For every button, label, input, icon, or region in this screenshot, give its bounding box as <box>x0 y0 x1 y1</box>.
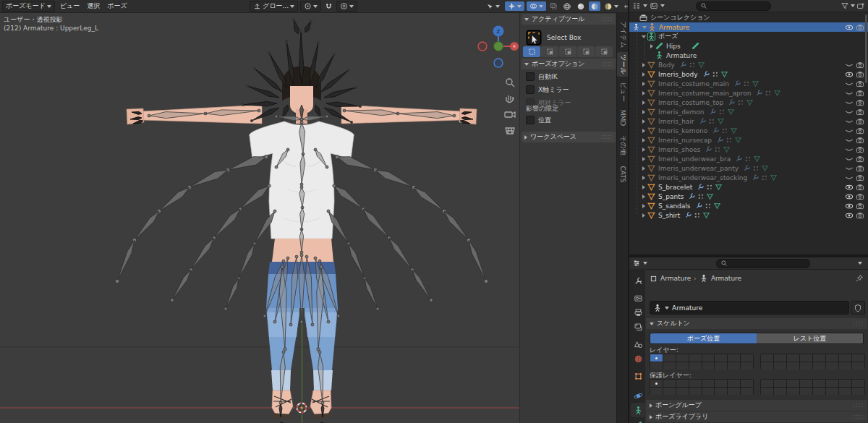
layer-cell[interactable] <box>839 354 851 362</box>
layer-cell[interactable] <box>826 354 838 362</box>
layer-cell[interactable] <box>774 362 786 369</box>
eye-closed-icon[interactable] <box>845 164 854 173</box>
overlays-toggle-button[interactable] <box>527 1 546 11</box>
viewport-menu-1[interactable]: 選択 <box>84 1 103 11</box>
layer-cell[interactable] <box>702 362 715 369</box>
pin-icon[interactable] <box>855 274 864 283</box>
layer-cell[interactable] <box>787 380 799 387</box>
layer-cell[interactable] <box>761 354 773 362</box>
layer-cell[interactable] <box>761 362 773 369</box>
sidebar-tab-ツール[interactable]: ツール <box>617 52 628 77</box>
transform-orientation-dropdown[interactable]: グロー... <box>250 1 298 12</box>
layer-cell[interactable] <box>689 354 702 362</box>
outliner-scrollbar[interactable] <box>865 14 867 83</box>
camera-icon[interactable] <box>856 183 864 192</box>
layer-cell[interactable] <box>852 380 864 387</box>
camera-view-icon[interactable] <box>505 112 515 117</box>
layer-cell[interactable] <box>663 354 676 362</box>
layer-cell[interactable] <box>774 354 786 362</box>
layer-cell[interactable] <box>800 380 812 387</box>
layer-cell[interactable] <box>689 380 702 387</box>
camera-icon[interactable] <box>856 211 864 220</box>
layer-cell[interactable] <box>702 354 715 362</box>
layer-cell[interactable] <box>728 362 740 369</box>
viewport-menu-0[interactable]: ビュー <box>57 1 82 11</box>
outliner-row-Imeris_hair[interactable]: Imeris_hair <box>629 116 868 126</box>
layer-cell[interactable] <box>761 388 773 395</box>
camera-icon[interactable] <box>856 136 864 145</box>
eye-open-icon[interactable] <box>845 192 854 201</box>
layer-cell[interactable] <box>676 380 689 387</box>
layer-cell[interactable] <box>676 354 689 362</box>
section-pose-options[interactable]: ポーズオプション :::: <box>522 59 616 69</box>
layer-cell[interactable] <box>839 388 851 395</box>
camera-icon[interactable] <box>856 174 864 182</box>
eye-closed-icon[interactable] <box>845 61 854 69</box>
layer-cell[interactable] <box>663 362 676 369</box>
outliner-row-Imeris_underwear_panty[interactable]: Imeris_underwear_panty <box>629 163 868 173</box>
layer-cell[interactable] <box>774 388 786 395</box>
eye-closed-icon[interactable] <box>845 174 854 182</box>
layer-cell[interactable] <box>800 362 812 369</box>
rest-position-button[interactable]: レスト位置 <box>757 333 863 343</box>
expander-closed-icon[interactable] <box>640 110 647 114</box>
gizmo-x-neg-axis[interactable] <box>478 42 487 51</box>
layer-cell[interactable] <box>650 362 663 369</box>
properties-tab-object[interactable] <box>631 369 645 383</box>
gizmo-y-axis[interactable] <box>494 42 503 51</box>
layer-cell[interactable] <box>813 362 825 369</box>
layer-cell[interactable] <box>689 388 702 395</box>
properties-tab-render[interactable] <box>631 291 645 305</box>
expander-closed-icon[interactable] <box>640 166 647 171</box>
chevron-down-icon[interactable] <box>660 4 665 7</box>
select-invert-icon[interactable] <box>577 46 595 57</box>
chevron-down-icon[interactable] <box>858 262 862 265</box>
properties-tab-tool[interactable] <box>631 273 645 288</box>
properties-tab-view-layer[interactable] <box>631 320 645 334</box>
eye-closed-icon[interactable] <box>845 155 854 163</box>
pivot-point-dropdown[interactable] <box>300 1 321 12</box>
viewport-menu-2[interactable]: ポーズ <box>104 1 129 11</box>
outliner-row-Imeris_kemono[interactable]: Imeris_kemono <box>629 126 868 135</box>
editor-type-icon[interactable] <box>632 259 641 268</box>
layer-cell[interactable] <box>852 388 864 395</box>
sidebar-tab-CATS[interactable]: CATS <box>617 162 628 187</box>
checkbox-location[interactable]: 位置 <box>526 116 551 124</box>
viewport-3d[interactable]: ポーズモード ビュー選択ポーズ グロー... <box>0 0 628 423</box>
panel-grip-icon[interactable]: :::: <box>602 16 613 22</box>
expander-closed-icon[interactable] <box>640 213 647 218</box>
panel-grip-icon[interactable]: :::: <box>853 320 864 327</box>
expander-closed-icon[interactable] <box>640 129 647 133</box>
camera-icon[interactable] <box>856 202 864 210</box>
expander-closed-icon[interactable] <box>640 72 647 77</box>
layer-cell[interactable] <box>800 354 812 362</box>
layer-cell[interactable] <box>741 388 753 395</box>
eye-open-icon[interactable] <box>845 70 854 79</box>
layer-cell[interactable] <box>852 362 864 369</box>
properties-search-input[interactable] <box>716 259 810 268</box>
eye-closed-icon[interactable] <box>845 136 854 145</box>
camera-icon[interactable] <box>856 70 864 79</box>
outliner-row-S_sandals[interactable]: S_sandals <box>629 201 868 210</box>
expander-closed-icon[interactable] <box>640 119 647 124</box>
outliner-row-Imeris_demon[interactable]: Imeris_demon <box>629 107 868 116</box>
layer-cell[interactable] <box>715 362 727 369</box>
camera-icon[interactable] <box>856 80 864 88</box>
ortho-grid-icon[interactable] <box>506 128 514 134</box>
layer-cell[interactable] <box>663 380 676 387</box>
section-active-tool[interactable]: アクティブツール :::: <box>522 14 616 25</box>
expander-closed-icon[interactable] <box>640 185 647 189</box>
pose-position-button[interactable]: ポーズ位置 <box>650 333 757 343</box>
eye-closed-icon[interactable] <box>845 80 854 88</box>
camera-icon[interactable] <box>856 127 864 135</box>
new-collection-icon[interactable] <box>856 1 865 10</box>
layer-cell[interactable] <box>689 362 702 369</box>
layer-cell[interactable] <box>852 354 864 362</box>
properties-tab-world[interactable] <box>631 351 645 366</box>
eye-closed-icon[interactable] <box>845 145 854 154</box>
breadcrumb-object[interactable]: Armature <box>660 275 691 282</box>
layer-cell[interactable] <box>728 388 740 395</box>
xray-toggle-button[interactable] <box>548 1 559 11</box>
layer-cell[interactable] <box>676 388 689 395</box>
checkbox-icon[interactable] <box>526 72 535 81</box>
